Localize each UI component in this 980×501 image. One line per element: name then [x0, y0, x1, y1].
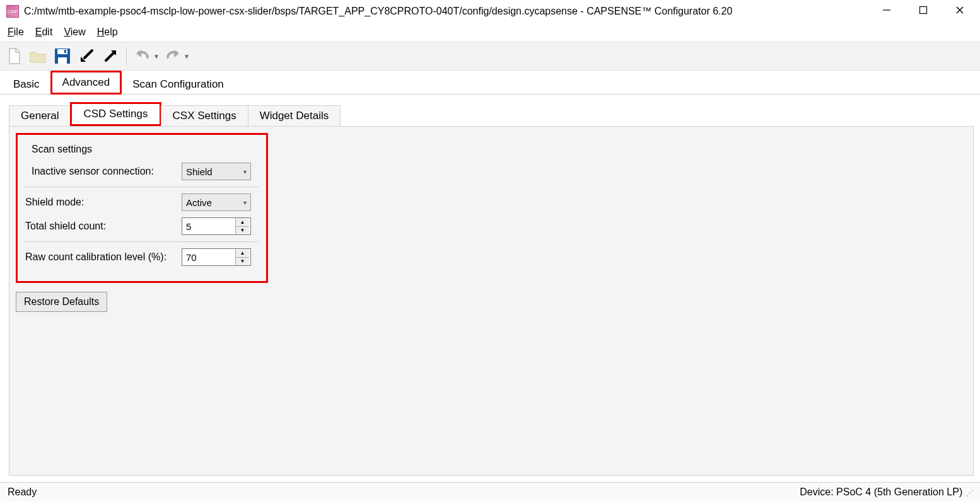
main-tabs: Basic Advanced Scan Configuration: [0, 71, 980, 95]
inactive-sensor-row: Inactive sensor connection: Shield ▾: [25, 163, 259, 180]
shield-count-label: Total shield count:: [25, 221, 177, 232]
subtab-csx-settings[interactable]: CSX Settings: [161, 105, 248, 126]
app-icon: CAP: [6, 5, 19, 18]
export-icon[interactable]: [100, 45, 121, 67]
subtab-csd-settings[interactable]: CSD Settings: [70, 102, 161, 126]
raw-count-input[interactable]: [182, 249, 235, 265]
status-ready: Ready: [8, 487, 37, 498]
tab-advanced[interactable]: Advanced: [50, 71, 122, 95]
shield-mode-value: Active: [186, 197, 212, 208]
close-button[interactable]: [951, 6, 969, 17]
shield-mode-row: Shield mode: Active ▾: [25, 193, 259, 211]
inactive-sensor-label: Inactive sensor connection:: [32, 166, 177, 177]
scan-settings-title: Scan settings: [32, 144, 259, 155]
svg-rect-6: [58, 57, 67, 64]
menu-edit[interactable]: Edit: [35, 26, 53, 38]
shield-mode-label: Shield mode:: [25, 197, 177, 208]
shield-count-spinner[interactable]: ▲ ▼: [182, 217, 251, 235]
scan-settings-group: Scan settings Inactive sensor connection…: [16, 133, 268, 283]
spin-down-icon[interactable]: ▼: [236, 258, 249, 266]
inactive-sensor-value: Shield: [186, 166, 213, 177]
spin-down-icon[interactable]: ▼: [236, 227, 249, 235]
undo-dropdown-icon[interactable]: ▼: [153, 53, 160, 60]
save-icon[interactable]: [52, 45, 73, 67]
undo-icon[interactable]: [132, 45, 153, 67]
toolbar: ▼ ▼: [0, 42, 980, 71]
menu-file[interactable]: File: [8, 26, 24, 38]
menu-view[interactable]: View: [64, 26, 85, 38]
content-area: General CSD Settings CSX Settings Widget…: [0, 95, 980, 482]
raw-count-label: Raw count calibration level (%):: [25, 251, 177, 263]
maximize-button[interactable]: [914, 6, 932, 17]
spin-up-icon[interactable]: ▲: [236, 249, 249, 258]
sub-tabs: General CSD Settings CSX Settings Widget…: [9, 103, 974, 126]
settings-panel: Scan settings Inactive sensor connection…: [9, 126, 974, 476]
open-file-icon[interactable]: [28, 45, 49, 67]
window-controls: [878, 6, 974, 17]
menu-help[interactable]: Help: [97, 26, 118, 38]
subtab-general[interactable]: General: [9, 105, 71, 126]
statusbar: Ready Device: PSoC 4 (5th Generation LP)…: [0, 482, 980, 501]
titlebar: CAP C:/mtw/mtb-example-psoc4-msclp-low-p…: [0, 0, 980, 23]
raw-count-spinner[interactable]: ▲ ▼: [182, 248, 251, 266]
raw-count-row: Raw count calibration level (%): ▲ ▼: [25, 248, 259, 266]
shield-mode-select[interactable]: Active ▾: [182, 193, 251, 211]
svg-rect-1: [920, 7, 927, 14]
subtab-widget-details[interactable]: Widget Details: [248, 105, 341, 126]
divider-2: [25, 241, 259, 242]
tab-scan-configuration[interactable]: Scan Configuration: [122, 74, 235, 95]
chevron-down-icon: ▾: [243, 199, 247, 206]
redo-icon[interactable]: [162, 45, 184, 67]
new-file-icon[interactable]: [4, 45, 25, 67]
toolbar-separator: [126, 47, 127, 65]
chevron-down-icon: ▾: [243, 168, 247, 175]
status-device: Device: PSoC 4 (5th Generation LP): [800, 487, 962, 497]
inactive-sensor-select[interactable]: Shield ▾: [182, 163, 251, 180]
restore-defaults-button[interactable]: Restore Defaults: [16, 292, 107, 312]
spin-up-icon[interactable]: ▲: [236, 218, 249, 227]
menubar: File Edit View Help: [0, 23, 980, 42]
shield-count-row: Total shield count: ▲ ▼: [25, 217, 259, 235]
window-title: C:/mtw/mtb-example-psoc4-msclp-low-power…: [24, 6, 878, 17]
divider-1: [25, 187, 259, 187]
resize-grip-icon[interactable]: ⋰: [965, 488, 972, 497]
svg-rect-7: [64, 50, 66, 53]
minimize-button[interactable]: [878, 6, 895, 17]
tab-basic[interactable]: Basic: [3, 74, 50, 95]
shield-count-input[interactable]: [182, 218, 235, 234]
redo-dropdown-icon[interactable]: ▼: [184, 53, 190, 60]
import-icon[interactable]: [76, 45, 97, 67]
